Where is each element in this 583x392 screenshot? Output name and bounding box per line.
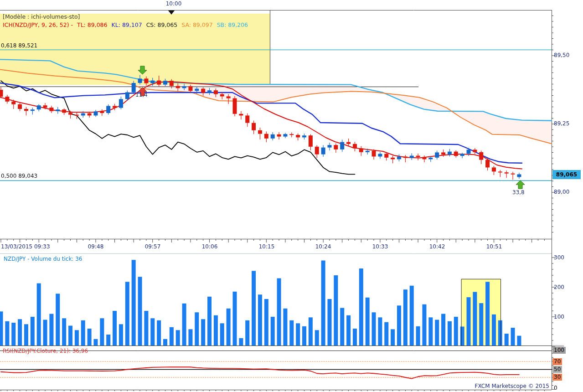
trading-chart-window: [Modèle : ichi-volumes-sto] ICH(NZD/JPY,… [0,0,583,392]
time-axis-label: 10:33 [372,243,388,250]
indicator-name: ICH(NZD/JPY, 9, 26, 52) - [3,21,73,28]
volume-panel-label: NZD/JPY - Volume du tick: 36 [4,256,82,262]
signal-value-annotation: 33,8 [512,189,525,196]
price-axis-label: 89,50 [554,52,569,58]
time-axis-label: 10:15 [259,243,275,250]
volume-axis-label: 200 [554,284,564,290]
time-axis-label: 10:42 [429,243,445,250]
volume-axis-label: 300 [554,254,564,261]
chikou-value: CS: 89,065 [146,21,178,28]
tenkan-value: TL: 89,086 [77,21,108,28]
rsi-level-tag: 100 [552,347,566,354]
fib-level-500-label: 0,500 89,043 [1,173,37,179]
rsi-panel-label: RSI(NZD/JPY.Cloture, 21): 36,96 [3,348,88,354]
time-axis-label: 13/03/2015 09:33 [1,243,50,250]
time-axis-label: 09:57 [145,243,161,250]
model-label: [Modèle : ichi-volumes-sto] [3,14,80,20]
time-axis-label: 09:48 [88,243,104,250]
buy-signal-arrow-up-icon [516,180,525,189]
time-axis-label: 10:24 [315,243,331,250]
rsi-level-tag: 30 [552,374,562,381]
price-axis-label: 89,25 [554,120,569,127]
rsi-level-tag: 0 [552,385,559,392]
signal-value-annotation: 11,4 [135,92,148,98]
current-price-tag: 89,065 [552,170,581,179]
volume-axis-label: 100 [554,314,564,320]
price-chart-canvas[interactable] [0,0,583,392]
rsi-level-tag: 70 [552,358,562,365]
time-axis-label: 10:51 [486,243,502,250]
price-axis-label: 89,00 [554,189,569,195]
indicator-readout: ICH(NZD/JPY, 9, 26, 52) - TL: 89,086 KL:… [3,21,248,28]
hour-marker-icon [168,10,175,15]
rsi-level-tag: 50 [552,366,562,373]
fib-level-618-label: 0,618 89,521 [1,42,37,49]
hour-marker-label: 10:00 [166,0,182,7]
sell-signal-arrow-down-icon [138,66,147,75]
senkou-b-value: SB: 89,206 [217,21,248,28]
watermark: FXCM Marketscope © 2015 [475,383,549,389]
time-axis-label: 10:06 [202,243,218,250]
senkou-a-value: SA: 89,097 [181,21,212,28]
kijun-value: KL: 89,107 [112,21,142,28]
